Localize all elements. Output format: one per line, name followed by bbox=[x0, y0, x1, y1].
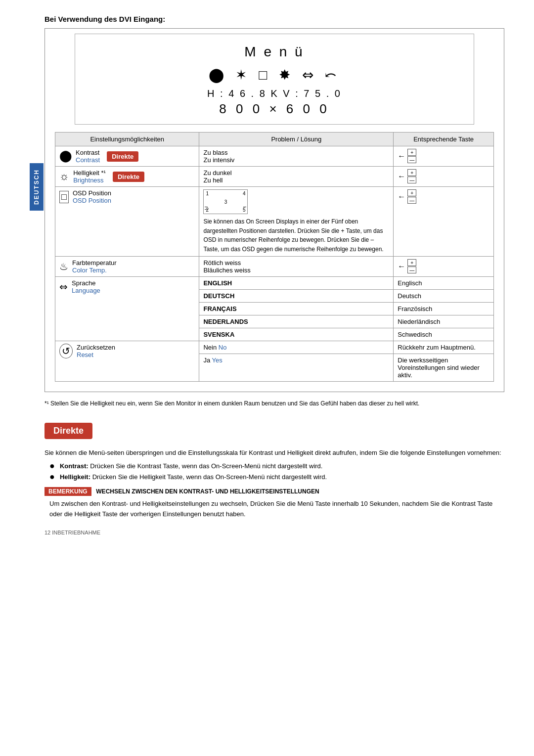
sprache-de: Sprache bbox=[72, 279, 100, 287]
table-row: ♨ Farbtemperatur Color Temp. Rötlich wei… bbox=[55, 257, 494, 277]
reset-ja-desc: Die werksseitigen Voreinstellungen sind … bbox=[394, 354, 494, 382]
osd-icon: □ bbox=[59, 191, 69, 203]
kontrast-en: Contrast bbox=[76, 156, 100, 164]
menu-freq: H : 4 6 . 8 K V : 7 5 . 0 bbox=[85, 88, 464, 99]
osd-pos-en: OSD Position bbox=[73, 197, 111, 204]
bullet-kontrast: ● Kontrast: Drücken Sie die Kontrast Tas… bbox=[49, 462, 504, 470]
kontrast-de: Kontrast bbox=[76, 149, 100, 156]
kontrast-bullet-text: Drücken Sie die Kontrast Taste, wenn das… bbox=[90, 462, 322, 470]
lang-francais-name: Französisch bbox=[394, 303, 494, 315]
lang-nederlands-code: NEDERLANDS bbox=[199, 315, 394, 328]
menu-box: M e n ü ⬤ ✶ □ ✸ ⇔ ⤺ H : 4 6 . 8 K V : 7 … bbox=[75, 34, 474, 125]
farbtemp-problem: Rötlich weiss Bläuliches weiss bbox=[199, 257, 394, 277]
sprache-en: Language bbox=[72, 287, 100, 294]
lang-nederlands-name: Niederländisch bbox=[394, 315, 494, 328]
table-row: ⬤ Kontrast Contrast Direkte Zu blass Zu … bbox=[55, 146, 494, 167]
table-row: ☼ Helligkeit *¹ Brightness Direkte Zu du… bbox=[55, 167, 494, 187]
header-problem: Problem / Lösung bbox=[199, 133, 394, 146]
direkte-btn-helligkeit[interactable]: Direkte bbox=[113, 172, 144, 182]
reset-nein-cell: Nein No bbox=[199, 341, 394, 354]
direkte-label-large: Direkte bbox=[44, 423, 92, 439]
lang-svenska-code: SVENSKA bbox=[199, 328, 394, 341]
direkte-intro: Sie können die Menü-seiten überspringen … bbox=[44, 448, 504, 458]
reset-ja-cell: Ja Yes bbox=[199, 354, 394, 382]
sprache-icon: ⇔ bbox=[59, 281, 68, 293]
menu-title: M e n ü bbox=[85, 44, 464, 60]
table-row: □ OSD Position OSD Position 1 bbox=[55, 187, 494, 257]
sidebar-deutsch: DEUTSCH bbox=[30, 163, 44, 211]
bemerkung-label: BEMERKUNG bbox=[44, 487, 91, 496]
reset-de: Zurücksetzen bbox=[77, 344, 115, 351]
table-row: ⇔ Sprache Language ENGLISH Englisch bbox=[55, 277, 494, 290]
helligkeit-de: Helligkeit *¹ bbox=[73, 169, 106, 177]
farbtemp-taste: ← + — bbox=[394, 257, 494, 277]
bemerkung-body: Um zwischen den Kontrast- und Helligkeit… bbox=[49, 499, 504, 520]
header-setting: Einstellungsmöglichkeiten bbox=[55, 133, 199, 146]
footnote: *¹ Stellen Sie die Helligkeit neu ein, w… bbox=[44, 400, 504, 407]
bemerkung-title: WECHSELN ZWISCHEN DEN KONTRAST- UND HELL… bbox=[96, 488, 319, 495]
lang-svenska-name: Schwedisch bbox=[394, 328, 494, 341]
helligkeit-problem: Zu dunkel Zu hell bbox=[199, 167, 394, 187]
bullet-helligkeit: ● Helligkeit: Drücken Sie die Helligkeit… bbox=[49, 473, 504, 481]
menu-icons: ⬤ ✶ □ ✸ ⇔ ⤺ bbox=[85, 67, 464, 83]
osd-taste: ← + — bbox=[394, 187, 494, 257]
helligkeit-bullet-text: Drücken Sie die Helligkeit Taste, wenn d… bbox=[92, 473, 327, 481]
lang-english-code: ENGLISH bbox=[199, 277, 394, 290]
bemerkung-box: BEMERKUNG WECHSELN ZWISCHEN DEN KONTRAST… bbox=[44, 487, 504, 520]
table-row: ↺ Zurücksetzen Reset Nein No Rückkehr zu… bbox=[55, 341, 494, 354]
lang-deutsch-code: DEUTSCH bbox=[199, 290, 394, 303]
page-footer: 12 INBETRIEBNAHME bbox=[44, 530, 504, 535]
lang-deutsch-name: Deutsch bbox=[394, 290, 494, 303]
kontrast-problem: Zu blass Zu intensiv bbox=[199, 146, 394, 167]
osd-pos-de: OSD Position bbox=[73, 189, 111, 197]
lang-english-name: Englisch bbox=[394, 277, 494, 290]
direkte-section: Direkte Sie können die Menü-seiten übers… bbox=[44, 417, 504, 519]
lang-francais-code: FRANÇAIS bbox=[199, 303, 394, 315]
farbtemp-icon: ♨ bbox=[59, 261, 68, 272]
kontrast-icon: ⬤ bbox=[59, 150, 72, 163]
direkte-btn-kontrast[interactable]: Direkte bbox=[107, 151, 138, 162]
helligkeit-taste: ← + — bbox=[394, 167, 494, 187]
page-heading: Bei Verwendung des DVI Eingang: bbox=[44, 15, 504, 23]
helligkeit-icon: ☼ bbox=[59, 170, 69, 183]
farbtemp-en: Color Temp. bbox=[72, 267, 117, 274]
reset-nein-desc: Rückkehr zum Hauptmenü. bbox=[394, 341, 494, 354]
menu-res: 8 0 0 × 6 0 0 bbox=[85, 101, 464, 117]
reset-en: Reset bbox=[77, 351, 115, 358]
farbtemp-de: Farbtemperatur bbox=[72, 259, 117, 267]
reset-icon: ↺ bbox=[59, 344, 73, 358]
helligkeit-en: Brightness bbox=[73, 177, 106, 184]
main-table: Einstellungsmöglichkeiten Problem / Lösu… bbox=[55, 132, 494, 382]
kontrast-taste: ← + — bbox=[394, 146, 494, 167]
osd-problem: 1 4 3 2 5 ⎯ ⎯ ⎯ Sie können d bbox=[199, 187, 394, 257]
header-taste: Entsprechende Taste bbox=[394, 133, 494, 146]
